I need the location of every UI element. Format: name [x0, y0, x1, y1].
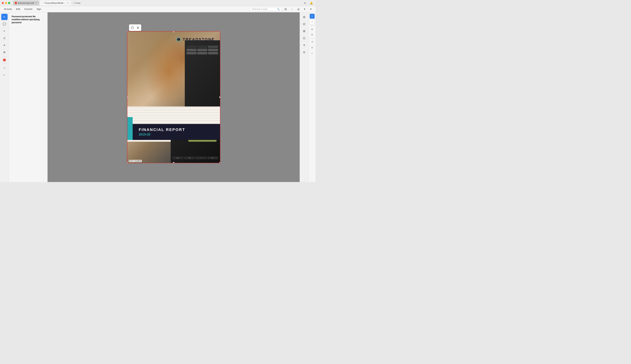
- page-number-1[interactable]: 1: [310, 14, 314, 19]
- tab-financial-report[interactable]: financial-report.pdf ✕: [13, 0, 39, 6]
- print-icon[interactable]: 🖨: [296, 7, 301, 12]
- logo-text: TREADSTONE: [183, 37, 215, 42]
- find-bar-text: Find text or tools: [252, 8, 267, 10]
- pen-tool-icon[interactable]: ✒: [308, 7, 313, 12]
- select-tool-icon[interactable]: ↖: [1, 14, 8, 20]
- find-search-icon: 🔍: [277, 8, 280, 10]
- menu-sign[interactable]: Sign: [35, 7, 43, 11]
- text-tool-icon[interactable]: A: [1, 42, 8, 48]
- comment-tool-icon[interactable]: 💬: [1, 21, 8, 27]
- selection-handle-bl[interactable]: [127, 162, 128, 163]
- page-7-label: 7: [311, 21, 312, 23]
- report-title: FINANCIAL REPORT: [132, 128, 216, 132]
- minimize-window-button[interactable]: [5, 2, 7, 4]
- color-picker[interactable]: [3, 58, 6, 62]
- fullscreen-window-button[interactable]: [8, 2, 10, 4]
- float-toolbar: 💬 🗑: [129, 24, 141, 31]
- tab-title-1: financial-report.pdf: [18, 2, 34, 4]
- save-icon[interactable]: ↑: [289, 7, 294, 12]
- stamp-tool-icon[interactable]: ⊕: [1, 49, 8, 55]
- draw-tool-icon[interactable]: ✏: [1, 28, 8, 34]
- title-bar: financial-report.pdf ✕ ☆ FinancialReport…: [0, 0, 316, 6]
- warning-text: Password-protected file modified without…: [12, 15, 45, 24]
- menu-right-area: Find text or tools 🔍 ⊞ ↑ 🖨 ✦ ✒: [250, 7, 313, 12]
- selection-handle-mr[interactable]: [219, 96, 220, 98]
- lasso-tool-icon[interactable]: ⊙: [1, 35, 8, 41]
- close-window-button[interactable]: [2, 2, 4, 4]
- main-layout: ↖ 💬 ✏ ⊙ A ⊕ ≡ ••• Password-protected fil…: [0, 12, 316, 182]
- svg-text:T: T: [178, 39, 179, 40]
- zoom-fit-icon[interactable]: ⊡: [310, 45, 314, 50]
- refresh-icon[interactable]: ↺: [310, 40, 314, 44]
- view-icon[interactable]: ⊞: [283, 7, 288, 12]
- tab-title-2: FinancialReportModifi....: [45, 2, 66, 4]
- cover-background: 2052 CEC ON + M+: [127, 32, 220, 163]
- page-1-label: 1: [311, 15, 312, 17]
- right-panel-icon-4[interactable]: ⊡: [301, 35, 307, 41]
- tab-financial-report-modified[interactable]: ☆ FinancialReportModifi.... ✕: [40, 0, 71, 6]
- find-bar[interactable]: Find text or tools 🔍: [250, 7, 282, 11]
- new-tab-button[interactable]: + Create: [72, 1, 82, 5]
- page-nav-down[interactable]: ▼: [310, 32, 314, 37]
- selection-handle-bm[interactable]: [173, 162, 175, 163]
- treadstone-logo-icon: T: [176, 37, 181, 42]
- more-tools-icon[interactable]: •••: [1, 72, 8, 78]
- report-year: 2019-20: [132, 133, 216, 136]
- calculator-right: [185, 40, 220, 111]
- treadstone-logo: T TREADSTONE: [176, 37, 215, 42]
- right-panel-icon-3[interactable]: ⊠: [301, 28, 307, 34]
- right-panel-icon-6[interactable]: ⊜: [301, 49, 307, 55]
- left-toolbar: ↖ 💬 ✏ ⊙ A ⊕ ≡ •••: [0, 12, 9, 182]
- new-tab-label: Create: [75, 2, 81, 4]
- tab-bar: financial-report.pdf ✕ ☆ FinancialReport…: [13, 0, 301, 6]
- ai-icon[interactable]: ✦: [302, 7, 307, 12]
- content-area: Password-protected file modified without…: [9, 12, 300, 182]
- right-panel: ⊞ ⊟ ⊠ ⊡ ✦ ⊜: [300, 12, 308, 182]
- float-delete-button[interactable]: 🗑: [135, 25, 140, 30]
- tab-favicon-1: [15, 2, 17, 4]
- right-panel-icon-1[interactable]: ⊞: [301, 14, 307, 20]
- report-banner: FINANCIAL REPORT 2019-20: [127, 124, 220, 140]
- pdf-page: 2052 CEC ON + M+: [127, 31, 220, 163]
- selection-handle-br[interactable]: [219, 162, 220, 163]
- float-comment-button[interactable]: 💬: [130, 25, 135, 30]
- menu-all-tools[interactable]: All tools: [2, 7, 14, 11]
- menu-edit[interactable]: Edit: [15, 7, 22, 11]
- page-number-7[interactable]: 7: [310, 19, 314, 24]
- page-dimensions: 8.27 × 11.69 in: [129, 160, 142, 162]
- tab-close-2[interactable]: ✕: [67, 2, 69, 4]
- right-panel-icon-5[interactable]: ✦: [301, 42, 307, 48]
- traffic-lights: [2, 2, 10, 4]
- right-panel-icon-2[interactable]: ⊟: [301, 21, 307, 27]
- warning-panel: Password-protected file modified without…: [9, 12, 48, 182]
- menu-convert[interactable]: Convert: [23, 7, 34, 11]
- page-nav-divider: [310, 25, 314, 26]
- page-nav-up[interactable]: ▲: [310, 26, 314, 32]
- list-tool-icon[interactable]: ≡: [1, 65, 8, 71]
- page-nav: 1 7 ▲ ▼ ↺ ⊡ +: [308, 12, 316, 182]
- tab-close-1[interactable]: ✕: [35, 2, 38, 4]
- pdf-area: 💬 🗑: [48, 12, 300, 182]
- notifications-nav-icon[interactable]: 🔔: [309, 0, 314, 6]
- account-icon[interactable]: ⊙: [302, 0, 307, 6]
- teal-accent-strip: [127, 117, 133, 140]
- menu-bar: All tools Edit Convert Sign Find text or…: [0, 6, 316, 12]
- zoom-in-icon[interactable]: +: [310, 51, 314, 56]
